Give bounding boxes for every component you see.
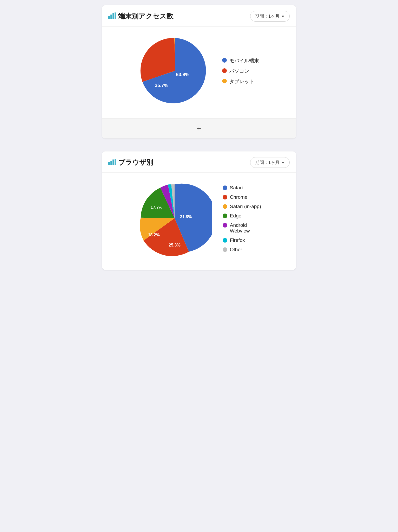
- legend-label-pc: パソコン: [229, 68, 249, 75]
- legend-label-other: Other: [230, 247, 242, 252]
- card2-period-btn[interactable]: 期間：1ヶ月 ▼: [250, 157, 290, 168]
- legend-label-chrome: Chrome: [230, 194, 248, 200]
- svg-rect-7: [110, 161, 112, 165]
- legend-label-edge: Edge: [230, 213, 241, 219]
- legend-label-mobile: モバイル端末: [229, 57, 259, 64]
- add-label: +: [197, 124, 201, 133]
- legend-item-firefox: Firefox: [223, 237, 261, 243]
- legend-item-mobile: モバイル端末: [222, 57, 259, 64]
- card1-period-label: 期間：1ヶ月: [255, 13, 280, 19]
- browser-card: ブラウザ別 期間：1ヶ月 ▼: [102, 151, 296, 270]
- svg-text:35.7%: 35.7%: [155, 83, 168, 88]
- card2-period-label: 期間：1ヶ月: [255, 159, 280, 165]
- legend-item-safari-inapp: Safari (in-app): [223, 204, 261, 209]
- svg-text:17.7%: 17.7%: [151, 205, 162, 210]
- card2-header: ブラウザ別 期間：1ヶ月 ▼: [102, 151, 296, 172]
- card1-period-btn[interactable]: 期間：1ヶ月 ▼: [250, 11, 290, 22]
- legend-dot-android-webview: [223, 223, 227, 228]
- card2-legend: Safari Chrome Safari (in-app) Edge Andro…: [223, 185, 261, 252]
- svg-rect-1: [110, 15, 112, 19]
- svg-text:18.2%: 18.2%: [148, 233, 160, 237]
- legend-item-chrome: Chrome: [223, 194, 261, 200]
- card2-title-text: ブラウザ別: [118, 158, 153, 167]
- svg-text:31.8%: 31.8%: [180, 215, 192, 219]
- legend-dot-pc: [222, 68, 227, 73]
- legend-dot-mobile: [222, 58, 227, 63]
- legend-dot-safari: [223, 185, 227, 190]
- legend-label-safari: Safari: [230, 185, 243, 191]
- legend-label-android-webview: AndroidWebview: [230, 222, 250, 234]
- legend-dot-tablet: [222, 79, 227, 83]
- card2-title: ブラウザ別: [108, 158, 153, 167]
- svg-rect-0: [108, 16, 110, 19]
- legend-item-pc: パソコン: [222, 68, 259, 75]
- legend-item-safari: Safari: [223, 185, 261, 191]
- legend-label-firefox: Firefox: [230, 237, 245, 243]
- svg-rect-2: [112, 13, 114, 19]
- card2-pie: 31.8% 25.3% 18.2% 17.7%: [137, 181, 212, 257]
- card1-legend: モバイル端末 パソコン タブレット: [222, 57, 259, 85]
- card2-chart-area: 31.8% 25.3% 18.2% 17.7% Safari Chrome Sa…: [102, 173, 296, 270]
- card1-add-btn[interactable]: +: [102, 118, 296, 138]
- legend-item-tablet: タブレット: [222, 78, 259, 85]
- card1-pie: 63.9% 35.7%: [139, 34, 212, 108]
- legend-dot-edge: [223, 214, 227, 218]
- legend-dot-chrome: [223, 195, 227, 200]
- legend-label-tablet: タブレット: [229, 78, 254, 85]
- svg-rect-3: [115, 12, 116, 19]
- chart-icon-2: [108, 159, 116, 167]
- card1-title-text: 端末別アクセス数: [118, 12, 173, 21]
- svg-rect-6: [108, 162, 110, 165]
- legend-item-android-webview: AndroidWebview: [223, 222, 261, 234]
- legend-dot-other: [223, 247, 227, 252]
- legend-item-edge: Edge: [223, 213, 261, 219]
- svg-rect-9: [115, 159, 116, 165]
- card2-dropdown-arrow: ▼: [281, 161, 285, 165]
- legend-label-safari-inapp: Safari (in-app): [230, 204, 261, 209]
- legend-dot-safari-inapp: [223, 204, 227, 209]
- legend-dot-firefox: [223, 238, 227, 243]
- chart-icon-1: [108, 12, 116, 20]
- card1-header: 端末別アクセス数 期間：1ヶ月 ▼: [102, 5, 296, 26]
- svg-rect-8: [112, 159, 114, 165]
- card1-chart-area: 63.9% 35.7% モバイル端末 パソコン タブレット: [102, 26, 296, 118]
- card1-title: 端末別アクセス数: [108, 12, 173, 21]
- spacer: [100, 146, 298, 151]
- device-access-card: 端末別アクセス数 期間：1ヶ月 ▼ 63.: [102, 5, 296, 138]
- svg-text:25.3%: 25.3%: [169, 243, 180, 247]
- legend-item-other: Other: [223, 247, 261, 252]
- card1-dropdown-arrow: ▼: [281, 14, 285, 18]
- svg-text:63.9%: 63.9%: [176, 72, 189, 77]
